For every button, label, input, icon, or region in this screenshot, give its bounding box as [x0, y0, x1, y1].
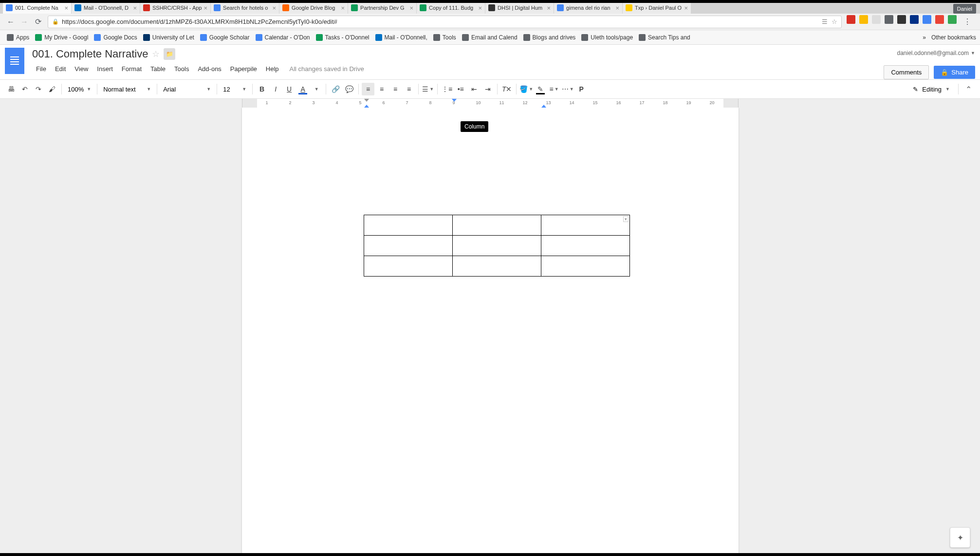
url-input[interactable]: 🔒 https://docs.google.com/document/d/1zh…: [48, 16, 842, 28]
zoom-select[interactable]: 100%▼: [65, 83, 94, 95]
insert-comment-button[interactable]: 💬: [343, 83, 355, 95]
bookmark-folder[interactable]: Email and Calend: [459, 32, 520, 43]
share-button[interactable]: 🔒Share: [934, 66, 975, 79]
document-page[interactable]: ▾: [242, 108, 739, 556]
reader-icon[interactable]: ☰: [822, 18, 828, 25]
menu-icon[interactable]: ⋮: [961, 15, 974, 29]
docs-logo[interactable]: [5, 48, 24, 74]
bulleted-list-button[interactable]: •≡: [454, 83, 467, 95]
ext-icon[interactable]: [923, 15, 931, 24]
comments-button[interactable]: Comments: [884, 65, 929, 79]
menu-format[interactable]: Format: [118, 63, 146, 74]
bookmark-item[interactable]: Calendar - O'Don: [253, 32, 313, 43]
browser-tab[interactable]: Google Drive Blog×: [279, 2, 348, 14]
close-icon[interactable]: ×: [133, 4, 137, 12]
bookmark-folder[interactable]: Tools: [430, 32, 459, 43]
back-button[interactable]: ←: [4, 15, 18, 29]
menu-table[interactable]: Table: [147, 63, 169, 74]
browser-tab[interactable]: Mail - O'Donnell, D×: [72, 2, 140, 14]
bookmark-apps[interactable]: Apps: [4, 32, 32, 43]
underline-button[interactable]: U: [283, 83, 296, 95]
table-cell[interactable]: [364, 256, 452, 277]
menu-paperpile[interactable]: Paperpile: [226, 63, 261, 74]
browser-tab[interactable]: 001. Complete Na×: [3, 2, 71, 14]
column-marker[interactable]: [452, 99, 457, 102]
table-cell[interactable]: [364, 236, 452, 256]
bookmark-item[interactable]: Google Scholar: [197, 32, 253, 43]
close-icon[interactable]: ×: [684, 4, 688, 12]
page-container[interactable]: ▾ Column ✦: [0, 108, 980, 556]
menu-view[interactable]: View: [71, 63, 92, 74]
decrease-indent-button[interactable]: ⇤: [468, 83, 481, 95]
align-justify-button[interactable]: ≡: [403, 83, 415, 95]
font-select[interactable]: Arial▼: [160, 83, 214, 95]
print-button[interactable]: 🖶: [5, 83, 18, 95]
redo-button[interactable]: ↷: [32, 83, 45, 95]
ext-icon[interactable]: [948, 15, 957, 24]
table-cell[interactable]: [541, 236, 629, 256]
ext-icon[interactable]: [859, 15, 868, 24]
document-table[interactable]: ▾: [364, 215, 630, 277]
table-cell[interactable]: [541, 256, 629, 277]
ext-icon[interactable]: [885, 15, 893, 24]
reload-button[interactable]: ⟳: [31, 15, 45, 29]
editing-mode-button[interactable]: ✎ Editing ▼: [907, 82, 955, 96]
align-center-button[interactable]: ≡: [375, 83, 388, 95]
browser-tab[interactable]: Partnership Dev G×: [348, 2, 416, 14]
browser-tab[interactable]: gimena del rio rian×: [554, 2, 622, 14]
border-color-button[interactable]: ✎: [534, 83, 547, 95]
bookmark-item[interactable]: University of Let: [140, 32, 197, 43]
table-cell[interactable]: [452, 215, 541, 236]
table-row[interactable]: [364, 256, 629, 277]
table-cell[interactable]: [452, 236, 541, 256]
close-icon[interactable]: ×: [547, 4, 551, 12]
bookmark-item[interactable]: Mail - O'Donnell,: [372, 32, 430, 43]
explore-button[interactable]: ✦: [950, 527, 970, 548]
align-right-button[interactable]: ≡: [389, 83, 402, 95]
collapse-toolbar-button[interactable]: ⌃: [962, 82, 975, 96]
table-cell[interactable]: ▾: [541, 215, 629, 236]
bold-button[interactable]: B: [256, 83, 268, 95]
browser-tab[interactable]: Search for hotels o×: [211, 2, 279, 14]
document-title[interactable]: 001. Complete Narrative: [32, 48, 148, 60]
bookmark-folder[interactable]: Blogs and drives: [520, 32, 579, 43]
ext-icon[interactable]: [897, 15, 906, 24]
ext-icon[interactable]: [847, 15, 855, 24]
star-button[interactable]: ☆: [152, 49, 160, 59]
browser-tab[interactable]: DHSI | Digital Hum×: [485, 2, 554, 14]
close-icon[interactable]: ×: [203, 4, 207, 12]
align-left-button[interactable]: ≡: [362, 83, 374, 95]
border-width-button[interactable]: ≡▼: [548, 83, 560, 95]
text-color-button[interactable]: A: [296, 83, 309, 95]
italic-button[interactable]: I: [269, 83, 282, 95]
user-email[interactable]: daniel.odonnell@gmail.com▼: [897, 48, 975, 56]
text-color-dropdown[interactable]: ▼: [310, 83, 323, 95]
bookmark-item[interactable]: Google Docs: [91, 32, 140, 43]
browser-tab[interactable]: Copy of 111. Budg×: [417, 2, 485, 14]
menu-file[interactable]: File: [32, 63, 50, 74]
close-icon[interactable]: ×: [64, 4, 68, 12]
close-icon[interactable]: ×: [615, 4, 619, 12]
table-cell[interactable]: [364, 215, 452, 236]
move-to-folder-button[interactable]: 📁: [164, 48, 175, 60]
other-bookmarks[interactable]: »Other bookmarks: [923, 34, 976, 41]
ruler[interactable]: 1 2 3 4 5 6 7 8 9 10 11 12 13 14 15 16 1…: [242, 99, 739, 108]
line-spacing-button[interactable]: ☰▼: [422, 83, 434, 95]
ext-icon[interactable]: [910, 15, 919, 24]
clear-formatting-button[interactable]: T✕: [500, 83, 513, 95]
menu-tools[interactable]: Tools: [170, 63, 193, 74]
table-row[interactable]: [364, 236, 629, 256]
menu-edit[interactable]: Edit: [51, 63, 70, 74]
bookmark-folder[interactable]: Uleth tools/page: [578, 32, 636, 43]
paragraph-style-select[interactable]: Normal text▼: [100, 83, 154, 95]
paint-format-button[interactable]: 🖌: [46, 83, 58, 95]
ext-icon[interactable]: [935, 15, 944, 24]
paperpile-cite-button[interactable]: P: [575, 83, 588, 95]
insert-link-button[interactable]: 🔗: [329, 83, 342, 95]
increase-indent-button[interactable]: ⇥: [481, 83, 494, 95]
undo-button[interactable]: ↶: [18, 83, 31, 95]
browser-tab[interactable]: Txp › Daniel Paul O×: [623, 2, 691, 14]
ext-icon[interactable]: [872, 15, 881, 24]
table-row[interactable]: ▾: [364, 215, 629, 236]
browser-tab[interactable]: SSHRC/CRSH - App×: [140, 2, 210, 14]
